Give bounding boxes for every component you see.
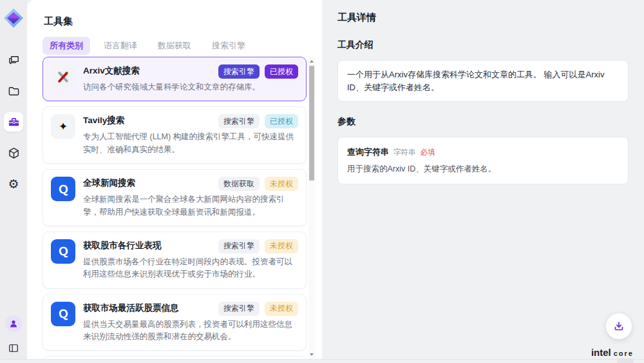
sparkle-icon: ✦ <box>51 114 75 139</box>
nav-files-button[interactable] <box>4 81 23 101</box>
category-tabs: 所有类别 语言翻译 数据获取 搜索引擎 <box>43 37 252 55</box>
core-wordmark: core <box>614 349 634 357</box>
auth-badge: 已授权 <box>265 64 298 79</box>
news-search-icon: Q <box>51 177 75 201</box>
intel-wordmark: intel <box>591 347 611 358</box>
sidebar-rail: ⚙ <box>0 0 27 363</box>
auth-badge: 未授权 <box>265 239 298 253</box>
arxiv-icon <box>51 64 75 89</box>
auth-badge: 已授权 <box>265 114 298 128</box>
parameter-required-flag: 必填 <box>421 148 435 157</box>
tool-card-most-active-stocks[interactable]: Q 获取市场最活跃股票信息 搜索引擎 未授权 提供当天交易量最高的股票列表，投资… <box>43 294 307 351</box>
parameter-type: 字符串 <box>393 148 416 157</box>
tool-description: 访问各个研究领域大量科学论文和文章的存储库。 <box>83 81 298 93</box>
bottom-strip <box>0 359 644 363</box>
tab-language-translation[interactable]: 语言翻译 <box>97 37 144 55</box>
download-icon <box>613 320 625 332</box>
parameter-name: 查询字符串 <box>347 146 389 158</box>
panel-toggle-button[interactable] <box>4 338 23 358</box>
tool-title: 全球新闻搜索 <box>83 177 135 189</box>
tool-card-arxiv[interactable]: Arxiv文献搜索 搜索引擎 已授权 访问各个研究领域大量科学论文和文章的存储库… <box>43 57 307 101</box>
auth-badge: 未授权 <box>265 302 298 316</box>
tools-panel-title: 工具集 <box>44 15 73 28</box>
category-badge: 搜索引擎 <box>218 114 260 128</box>
tool-title: Tavily搜索 <box>83 114 124 126</box>
app-logo-icon[interactable] <box>3 8 24 28</box>
nav-models-button[interactable] <box>4 143 23 162</box>
scroll-up-arrow[interactable] <box>308 58 315 64</box>
category-badge: 搜索引擎 <box>218 302 260 316</box>
tool-title: Arxiv文献搜索 <box>83 64 140 77</box>
tool-intro-text: 一个用于从Arxiv存储库搜索科学论文和文章的工具。 输入可以是Arxiv ID… <box>337 60 629 102</box>
tool-title: 获取市场最活跃股票信息 <box>83 302 179 314</box>
scroll-down-arrow[interactable] <box>308 351 315 358</box>
tool-title: 获取股市各行业表现 <box>83 239 162 251</box>
intel-core-logo: intel core <box>591 347 634 358</box>
nav-settings-button[interactable]: ⚙ <box>4 174 23 193</box>
tool-card-tavily[interactable]: ✦ Tavily搜索 搜索引擎 已授权 专为人工智能代理 (LLM) 构建的搜索… <box>43 106 307 164</box>
intel-ultra-badge <box>617 358 634 363</box>
download-button[interactable] <box>606 313 632 339</box>
tool-description: 专为人工智能代理 (LLM) 构建的搜索引擎工具，可快速提供实时、准确和真实的结… <box>83 131 298 156</box>
intro-heading: 工具介绍 <box>337 39 629 51</box>
tool-card-list: Arxiv文献搜索 搜索引擎 已授权 访问各个研究领域大量科学论文和文章的存储库… <box>43 57 307 359</box>
tool-detail-panel: 工具详情 工具介绍 一个用于从Arxiv存储库搜索科学论文和文章的工具。 输入可… <box>322 0 644 363</box>
tool-card-global-news[interactable]: Q 全球新闻搜索 数据获取 未授权 全球新闻搜索是一个聚合全球各大新闻网站内容的… <box>43 169 307 226</box>
parameter-card: 查询字符串 字符串 必填 用于搜索的Arxiv ID、关键字或作者姓名。 <box>337 137 629 184</box>
tools-panel: 工具集 所有类别 语言翻译 数据获取 搜索引擎 Arxiv文献搜索 搜索引擎 已… <box>27 0 322 363</box>
gear-icon: ⚙ <box>8 178 19 190</box>
category-badge: 搜索引擎 <box>218 239 260 253</box>
nav-chat-button[interactable] <box>4 50 23 70</box>
auth-badge: 未授权 <box>265 177 298 191</box>
user-avatar[interactable] <box>5 315 22 332</box>
parameter-description: 用于搜索的Arxiv ID、关键字或作者姓名。 <box>347 164 619 175</box>
scrollbar-thumb[interactable] <box>309 66 314 181</box>
tool-description: 全球新闻搜索是一个聚合全球各大新闻网站内容的搜索引擎，帮助用户快速获取全球最新资… <box>83 193 298 219</box>
tab-search-engine[interactable]: 搜索引擎 <box>205 37 252 55</box>
params-heading: 参数 <box>337 116 629 128</box>
tool-description: 提供股票市场各个行业在特定时间段内的表现。投资者可以利用这些信息来识别表现优于或… <box>83 256 298 281</box>
cube-icon <box>8 147 20 159</box>
chat-icon <box>8 54 20 66</box>
market-search-icon: Q <box>51 302 75 326</box>
tool-description: 提供当天交易量最高的股票列表，投资者可以利用这些信息来识别流动性强的股票和潜在的… <box>83 319 298 344</box>
toolbox-icon <box>8 116 20 128</box>
list-scrollbar[interactable] <box>308 57 315 359</box>
panel-toggle-icon <box>8 342 19 354</box>
person-icon <box>9 319 18 328</box>
folder-icon <box>8 85 20 97</box>
category-badge: 数据获取 <box>218 177 260 191</box>
tool-card-sector-performance[interactable]: Q 获取股市各行业表现 搜索引擎 未授权 提供股票市场各个行业在特定时间段内的表… <box>43 231 307 289</box>
tab-data-fetch[interactable]: 数据获取 <box>151 37 198 55</box>
detail-panel-title: 工具详情 <box>337 12 629 24</box>
market-search-icon: Q <box>51 239 75 264</box>
tab-all-categories[interactable]: 所有类别 <box>43 37 90 55</box>
category-badge: 搜索引擎 <box>218 64 260 79</box>
nav-tools-button[interactable] <box>4 112 23 132</box>
